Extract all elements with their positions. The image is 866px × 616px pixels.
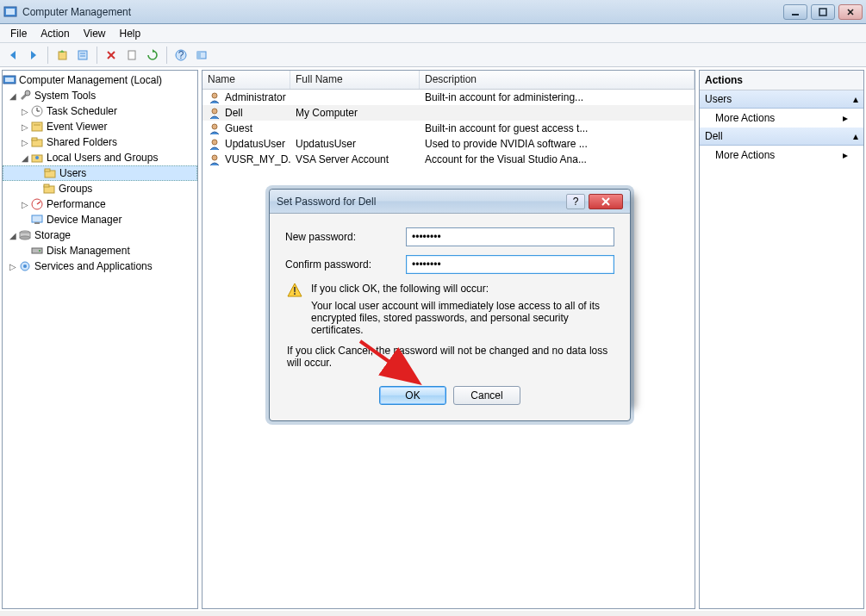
- svg-rect-20: [197, 52, 201, 59]
- set-password-dialog: Set Password for Dell ? New password: Co…: [269, 189, 631, 421]
- menu-view[interactable]: View: [77, 26, 113, 41]
- cancel-note: If you click Cancel, the password will n…: [287, 345, 613, 369]
- svg-rect-1: [6, 9, 15, 15]
- list-header: Name Full Name Description: [202, 71, 695, 90]
- dialog-help-button[interactable]: ?: [566, 194, 585, 209]
- tree-disk-management[interactable]: Disk Management: [3, 243, 197, 258]
- up-button[interactable]: [53, 46, 72, 65]
- tree-storage[interactable]: ◢Storage: [3, 227, 197, 243]
- svg-rect-39: [32, 215, 42, 222]
- new-button[interactable]: [122, 46, 141, 65]
- expand-icon[interactable]: ▷: [20, 122, 30, 132]
- tree-label: Disk Management: [47, 245, 130, 257]
- column-name[interactable]: Name: [202, 71, 290, 89]
- back-button[interactable]: [3, 46, 22, 65]
- dialog-close-button[interactable]: [589, 194, 623, 209]
- collapse-icon[interactable]: ◢: [20, 153, 30, 163]
- tree-services-apps[interactable]: ▷Services and Applications: [3, 258, 197, 274]
- expand-icon[interactable]: ▷: [20, 200, 30, 209]
- ok-button[interactable]: OK: [379, 386, 446, 405]
- help-icon: ?: [573, 196, 579, 208]
- svg-point-49: [212, 109, 217, 114]
- event-icon: [30, 120, 44, 134]
- refresh-button[interactable]: [143, 46, 162, 65]
- collapse-icon[interactable]: ◢: [8, 231, 18, 240]
- tree-device-manager[interactable]: Device Manager: [3, 212, 197, 227]
- navigation-tree[interactable]: Computer Management (Local) ◢System Tool…: [2, 70, 198, 609]
- users-folder-icon: [30, 151, 44, 165]
- menu-file[interactable]: File: [3, 26, 34, 41]
- svg-rect-15: [128, 51, 135, 59]
- expand-icon[interactable]: ▷: [8, 262, 18, 271]
- user-icon: [208, 152, 221, 166]
- folder-icon: [43, 166, 57, 180]
- confirm-password-input[interactable]: [406, 255, 614, 274]
- tree-label: Event Viewer: [47, 121, 107, 133]
- folder-icon: [42, 182, 56, 196]
- tree-label: Groups: [59, 183, 92, 195]
- new-password-input[interactable]: [406, 227, 614, 246]
- cancel-button[interactable]: Cancel: [453, 386, 520, 405]
- tree-groups[interactable]: Groups: [3, 181, 197, 196]
- list-row[interactable]: UpdatusUser UpdatusUser Used to provide …: [202, 136, 695, 152]
- minimize-button[interactable]: [783, 4, 807, 20]
- expand-icon[interactable]: ▷: [20, 138, 30, 147]
- disk-icon: [30, 244, 44, 258]
- tree-local-users[interactable]: ◢Local Users and Groups: [3, 150, 197, 165]
- svg-rect-3: [819, 9, 826, 16]
- svg-rect-10: [78, 51, 87, 59]
- tree-event-viewer[interactable]: ▷Event Viewer: [3, 119, 197, 134]
- properties-button[interactable]: [73, 46, 92, 65]
- list-row[interactable]: Administrator Built-in account for admin…: [202, 90, 695, 105]
- cell-name: VUSR_MY_D...: [225, 153, 290, 165]
- tree-label: Performance: [47, 198, 106, 210]
- tree-system-tools[interactable]: ◢System Tools: [3, 88, 197, 103]
- tree-shared-folders[interactable]: ▷Shared Folders: [3, 134, 197, 150]
- actions-group-dell[interactable]: Dell▴: [700, 128, 863, 146]
- svg-rect-40: [34, 222, 40, 224]
- chevron-right-icon: ▸: [843, 149, 848, 161]
- user-icon: [208, 137, 221, 151]
- tree-root[interactable]: Computer Management (Local): [3, 72, 197, 88]
- dialog-title: Set Password for Dell: [277, 196, 566, 208]
- list-row[interactable]: VUSR_MY_D... VSA Server Account Account …: [202, 152, 695, 167]
- collapse-icon[interactable]: ◢: [8, 91, 18, 101]
- collapse-icon: ▴: [853, 93, 858, 105]
- maximize-button[interactable]: [811, 4, 835, 20]
- svg-text:!: !: [293, 285, 296, 297]
- tree-task-scheduler[interactable]: ▷Task Scheduler: [3, 103, 197, 119]
- cell-description: Built-in account for administering...: [425, 91, 583, 103]
- clock-icon: [30, 104, 44, 118]
- svg-rect-22: [5, 78, 14, 82]
- delete-button[interactable]: [102, 46, 121, 65]
- expand-icon[interactable]: ▷: [20, 107, 30, 116]
- tree-label: Computer Management (Local): [19, 74, 162, 86]
- help-button[interactable]: ?: [171, 46, 190, 65]
- cell-name: Guest: [225, 122, 252, 134]
- collapse-icon: ▴: [853, 130, 858, 142]
- menu-action[interactable]: Action: [34, 26, 76, 41]
- column-description[interactable]: Description: [420, 71, 695, 89]
- computer-icon: [3, 73, 16, 87]
- actions-more-dell[interactable]: More Actions▸: [700, 146, 863, 165]
- storage-icon: [18, 228, 32, 242]
- services-icon: [18, 259, 32, 273]
- forward-button[interactable]: [24, 46, 43, 65]
- list-row-selected[interactable]: Dell My Computer: [202, 105, 695, 121]
- tree-label: System Tools: [34, 90, 96, 102]
- list-row[interactable]: Guest Built-in account for guest access …: [202, 121, 695, 136]
- svg-rect-8: [59, 52, 66, 59]
- dialog-titlebar[interactable]: Set Password for Dell ?: [270, 190, 630, 214]
- svg-point-45: [39, 250, 40, 252]
- column-fullname[interactable]: Full Name: [290, 71, 420, 89]
- tree-performance[interactable]: ▷Performance: [3, 196, 197, 212]
- svg-rect-36: [44, 184, 49, 187]
- menu-help[interactable]: Help: [113, 26, 148, 41]
- tree-label: Storage: [34, 229, 71, 241]
- close-button[interactable]: [838, 4, 863, 20]
- tree-users[interactable]: Users: [3, 165, 197, 181]
- tree-label: Services and Applications: [34, 260, 153, 272]
- actions-more-users[interactable]: More Actions▸: [700, 109, 863, 128]
- actions-group-users[interactable]: Users▴: [700, 90, 863, 109]
- show-hide-button[interactable]: [192, 46, 211, 65]
